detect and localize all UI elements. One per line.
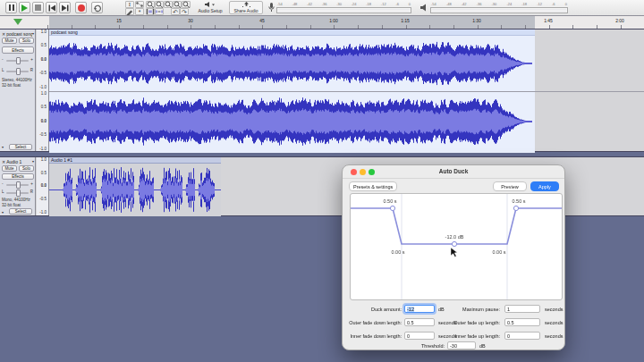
fade-down-duration-label: 0.50 s (384, 198, 397, 204)
zoom-toggle-button[interactable] (182, 1, 191, 8)
curve-handle[interactable] (513, 206, 518, 210)
pan-slider-thumb[interactable] (16, 68, 21, 75)
zoom-fit-button[interactable] (173, 1, 182, 8)
collapse-track-icon[interactable]: ▾ (2, 210, 4, 215)
outer-fade-up-input[interactable]: 0.5 (504, 318, 540, 326)
dialog-titlebar[interactable]: Auto Duck (343, 165, 564, 179)
timeline-ruler[interactable]: 15 30 45 1:00 1:15 1:30 1:45 2:00 (0, 16, 644, 29)
share-audio-label: Share Audio (233, 8, 258, 13)
meter-tick: -42 (462, 3, 467, 6)
clip2-title-bar[interactable]: Audio 1 #1 (49, 157, 221, 164)
track2-select-button[interactable]: Select (9, 208, 32, 215)
trim-audio-button[interactable] (146, 8, 155, 15)
curve-handle[interactable] (452, 241, 456, 246)
track-menu-chevron-icon[interactable]: ▾ (32, 159, 34, 164)
threshold-input[interactable]: -30 (447, 341, 476, 349)
meter-tick: -24 (352, 3, 357, 6)
track1-control-panel: ✕ podcast song ▾ Mute Solo Effects - + L… (0, 29, 36, 151)
pause-right-label: 0.00 s (493, 249, 506, 255)
track2-effects-button[interactable]: Effects (2, 173, 34, 180)
stop-button[interactable] (32, 2, 44, 13)
track1-pan-slider[interactable] (6, 71, 29, 72)
recording-meter[interactable]: -54-48-42-36-30-24-18-12-60 (268, 1, 411, 14)
mono-waveform[interactable] (49, 164, 221, 216)
track1-effects-button[interactable]: Effects (2, 46, 34, 54)
outer-fade-down-input[interactable]: 0.5 (404, 318, 435, 326)
gain-slider-thumb[interactable] (16, 181, 21, 189)
track1-select-button[interactable]: Select (9, 144, 32, 150)
track1-mute-button[interactable]: Mute (2, 38, 17, 44)
skip-to-start-icon (47, 4, 56, 13)
speaker-icon (205, 2, 216, 7)
gain-max-label: + (30, 181, 33, 186)
undo-button[interactable]: ↶ (171, 8, 180, 15)
zoom-selection-button[interactable] (164, 1, 173, 8)
duck-amount-input[interactable]: -12 (404, 305, 435, 313)
selection-tool-button[interactable]: I (125, 1, 134, 8)
pan-slider-thumb[interactable] (16, 189, 21, 197)
gain-max-label: + (30, 57, 33, 62)
skip-to-end-button[interactable] (59, 2, 71, 13)
meter-tick: 0 (565, 3, 567, 6)
track2-gain-slider[interactable] (6, 184, 29, 186)
stereo-waveform[interactable] (49, 36, 535, 153)
channel-separator (49, 91, 644, 92)
outer-fade-up-field-label: Outer fade up length: (448, 320, 500, 325)
redo-icon: ↷ (182, 9, 187, 15)
track2-mute-button[interactable]: Mute (2, 165, 17, 172)
play-button[interactable] (19, 2, 30, 13)
collapse-track-icon[interactable]: ▾ (2, 145, 4, 149)
silence-audio-button[interactable] (155, 8, 164, 15)
audio-setup-button[interactable]: Audio Setup (193, 0, 227, 15)
track2-vertical-scale: 1.00.50.0-0.5-1.0 (37, 157, 49, 215)
inner-fade-down-input[interactable]: 0 (404, 332, 435, 340)
presets-settings-button[interactable]: Presets & settings (349, 181, 397, 191)
clip1-title-bar[interactable]: podcast song (49, 29, 535, 36)
close-track-icon[interactable]: ✕ (2, 159, 5, 164)
gain-slider-thumb[interactable] (16, 57, 21, 64)
pause-button[interactable] (5, 2, 17, 13)
draw-tool-button[interactable] (125, 8, 134, 15)
track1-gain-slider[interactable] (6, 60, 29, 62)
zoom-out-icon (156, 1, 163, 8)
playback-meter[interactable]: -54-48-42-36-30-24-18-12-60 (420, 1, 568, 14)
curve-handle[interactable] (390, 206, 394, 210)
maximum-pause-input[interactable]: 1 (504, 305, 540, 313)
track2-pan-slider[interactable] (6, 192, 29, 194)
scale-label: 1.0 (37, 92, 47, 97)
audacity-window: I * ↶ ↷ Audio Setup Share Audio (0, 0, 644, 362)
zoom-out-button[interactable] (155, 1, 164, 8)
meter-tick: 0 (409, 3, 411, 6)
field-row-threshold: Threshold: -30 dB (343, 341, 564, 350)
preview-button[interactable]: Preview (493, 181, 527, 191)
pan-left-label: L (2, 189, 4, 194)
track1-solo-button[interactable]: Solo (19, 38, 34, 44)
inner-fade-up-input[interactable]: 0 (504, 332, 540, 340)
pause-icon (9, 4, 14, 11)
zoom-in-button[interactable] (146, 1, 155, 8)
meter-tick: -54 (277, 3, 283, 6)
meter-tick: -12 (537, 3, 542, 6)
record-button[interactable] (75, 2, 87, 13)
track-menu-chevron-icon[interactable]: ▾ (32, 31, 34, 36)
scale-label: 0.0 (37, 58, 47, 63)
silence-audio-icon (156, 9, 163, 14)
close-track-icon[interactable]: ✕ (2, 31, 5, 37)
redo-button[interactable]: ↷ (180, 8, 189, 15)
track2-name-row[interactable]: ✕ Audio 1 ▾ (1, 158, 34, 164)
scale-label: 0.0 (37, 184, 47, 189)
multi-tool-button[interactable]: * (135, 8, 144, 15)
maximum-pause-field-label: Maximum pause: (448, 307, 500, 312)
track2-solo-button[interactable]: Solo (19, 165, 34, 172)
skip-to-start-button[interactable] (46, 2, 57, 13)
meter-tick: -30 (492, 3, 497, 6)
pinned-playhead-icon[interactable] (13, 19, 22, 25)
envelope-tool-button[interactable] (135, 1, 144, 8)
loop-button[interactable] (91, 2, 103, 13)
track2-title: Audio 1 (6, 159, 32, 164)
duck-curve-graph[interactable]: 0.50 s 0.50 s -12.0 dB 0.00 s 0.00 s (350, 193, 563, 300)
track1-name-row[interactable]: ✕ podcast song ▾ (1, 30, 34, 37)
apply-button[interactable]: Apply (530, 181, 559, 191)
ruler-label: 15 (106, 18, 132, 23)
share-audio-button[interactable]: Share Audio (229, 1, 263, 14)
